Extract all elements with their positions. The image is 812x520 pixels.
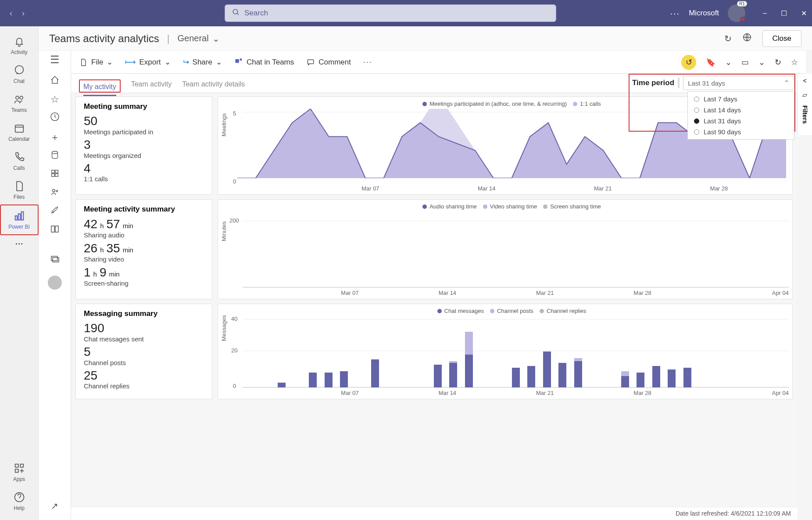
time-period-select[interactable]: Last 31 days ⌃ bbox=[683, 76, 794, 90]
rail-files[interactable]: Files bbox=[0, 176, 39, 204]
legend-label: Channel replies bbox=[547, 308, 586, 314]
close-button[interactable]: Close bbox=[762, 30, 801, 47]
export-label: Export bbox=[139, 58, 161, 67]
rocket-icon[interactable] bbox=[50, 205, 60, 218]
ytick: 0 bbox=[233, 178, 236, 185]
time-period-dropdown: Last 7 days Last 14 days Last 31 days La… bbox=[687, 91, 794, 140]
footer: Date last refreshed: 4/6/2021 12:10:09 A… bbox=[71, 507, 797, 520]
home-icon[interactable] bbox=[50, 75, 60, 88]
rail-calls[interactable]: Calls bbox=[0, 147, 39, 176]
file-icon bbox=[13, 180, 25, 192]
clock-icon[interactable] bbox=[50, 111, 60, 125]
bookmark-icon[interactable]: 🔖 bbox=[706, 57, 715, 67]
back-icon[interactable]: ‹ bbox=[10, 9, 12, 18]
rail-more-icon[interactable]: ··· bbox=[15, 238, 23, 249]
time-period-slicer[interactable]: Time period Last 31 days ⌃ bbox=[632, 75, 794, 91]
report-tabs: My activity Team activity Team activity … bbox=[71, 74, 797, 93]
forward-icon[interactable]: › bbox=[22, 9, 25, 18]
tab-team-activity[interactable]: Team activity bbox=[131, 80, 172, 93]
svg-rect-18 bbox=[55, 170, 57, 173]
rail-activity[interactable]: Activity bbox=[0, 31, 39, 60]
time-option[interactable]: Last 90 days bbox=[688, 126, 794, 137]
messages-bar-chart[interactable]: Chat messages Channel posts Channel repl… bbox=[218, 304, 793, 399]
metric-label: Meetings participated in bbox=[84, 128, 204, 136]
tab-team-activity-details[interactable]: Team activity details bbox=[182, 80, 245, 93]
org-name: Microsoft bbox=[689, 9, 719, 18]
filters-pane[interactable]: < ▱ Filters bbox=[797, 74, 812, 135]
svg-rect-8 bbox=[18, 214, 20, 220]
chevron-down-icon[interactable]: ⌄ bbox=[725, 57, 732, 67]
time-period-value: Last 31 days bbox=[688, 79, 725, 87]
star-outline-icon[interactable]: ☆ bbox=[791, 57, 798, 67]
close-window-icon[interactable]: ✕ bbox=[801, 9, 807, 18]
svg-point-21 bbox=[52, 190, 55, 192]
file-menu[interactable]: File ⌄ bbox=[79, 57, 113, 67]
card-title: Meeting summary bbox=[84, 102, 204, 111]
tab-my-activity[interactable]: My activity bbox=[83, 83, 116, 96]
minimize-icon[interactable]: – bbox=[763, 9, 767, 18]
time-option[interactable]: Last 7 days bbox=[688, 93, 794, 104]
export-menu[interactable]: ⟼ Export ⌄ bbox=[125, 57, 170, 67]
share-menu[interactable]: ↪ Share ⌄ bbox=[183, 57, 222, 67]
view-icon[interactable]: ▭ bbox=[741, 57, 749, 67]
svg-point-4 bbox=[20, 96, 23, 99]
refresh-icon[interactable]: ↻ bbox=[724, 33, 732, 44]
people-small-icon[interactable] bbox=[50, 187, 60, 199]
rail-label: Power BI bbox=[8, 224, 30, 230]
svg-rect-12 bbox=[15, 469, 18, 472]
rail-powerbi[interactable]: Power BI bbox=[0, 204, 39, 235]
svg-rect-23 bbox=[51, 256, 57, 261]
star-icon[interactable]: ☆ bbox=[50, 94, 59, 105]
file-label: File bbox=[91, 58, 103, 67]
rail-calendar[interactable]: Calendar bbox=[0, 118, 39, 147]
phone-icon bbox=[13, 151, 25, 163]
y-axis-label: Minutes bbox=[221, 221, 227, 241]
svg-point-16 bbox=[52, 151, 57, 154]
plus-icon[interactable]: ＋ bbox=[50, 131, 60, 144]
chevron-left-icon: < bbox=[803, 77, 806, 84]
channel-picker[interactable]: General ⌄ bbox=[177, 33, 219, 44]
ytick: 20 bbox=[231, 347, 237, 354]
svg-rect-24 bbox=[53, 258, 59, 262]
user-avatar-icon[interactable] bbox=[48, 276, 62, 290]
avatar-badge: R1 bbox=[737, 1, 747, 7]
rail-label: Calls bbox=[13, 165, 25, 171]
reset-icon[interactable]: ↺ bbox=[681, 55, 696, 70]
book-icon[interactable] bbox=[50, 224, 60, 237]
svg-point-26 bbox=[240, 58, 242, 61]
ribbon-more-icon[interactable]: ··· bbox=[363, 58, 372, 67]
metric-value: 42h 57min bbox=[84, 217, 204, 231]
apps-grid-icon[interactable] bbox=[50, 169, 60, 181]
chevron-down-icon[interactable]: ⌄ bbox=[758, 57, 765, 67]
chevron-down-icon: ⌄ bbox=[107, 57, 113, 67]
hamburger-icon[interactable]: ☰ bbox=[50, 54, 60, 66]
svg-rect-5 bbox=[15, 125, 23, 132]
more-icon[interactable]: ··· bbox=[670, 8, 680, 18]
time-option[interactable]: Last 14 days bbox=[688, 104, 794, 115]
svg-rect-9 bbox=[21, 212, 23, 220]
workspaces-icon[interactable] bbox=[50, 254, 60, 267]
minutes-bar-chart[interactable]: Audio sharing time Video sharing time Sc… bbox=[218, 199, 793, 299]
rail-teams[interactable]: Teams bbox=[0, 89, 39, 118]
bell-icon bbox=[13, 35, 25, 47]
presence-icon bbox=[740, 17, 745, 22]
refresh-small-icon[interactable]: ↻ bbox=[775, 57, 781, 67]
legend-label: Video sharing time bbox=[490, 203, 537, 210]
rail-label: Calendar bbox=[8, 136, 30, 142]
rail-apps[interactable]: Apps bbox=[0, 458, 39, 487]
divider bbox=[678, 78, 680, 88]
chat-in-teams[interactable]: Chat in Teams bbox=[234, 57, 294, 68]
database-icon[interactable] bbox=[50, 150, 60, 162]
time-option[interactable]: Last 31 days bbox=[688, 115, 794, 126]
rail-chat[interactable]: Chat bbox=[0, 60, 39, 89]
rail-help[interactable]: Help bbox=[0, 487, 39, 516]
metric-value: 50 bbox=[84, 115, 204, 128]
globe-icon[interactable] bbox=[742, 32, 752, 44]
popout-icon[interactable]: ↗ bbox=[51, 501, 58, 511]
comment-button[interactable]: Comment bbox=[306, 58, 351, 67]
maximize-icon[interactable]: ☐ bbox=[781, 9, 787, 18]
search-input[interactable]: Search bbox=[225, 4, 556, 22]
metric-label: Channel posts bbox=[84, 359, 204, 366]
export-icon: ⟼ bbox=[125, 57, 136, 67]
avatar[interactable]: R1 bbox=[728, 4, 745, 22]
